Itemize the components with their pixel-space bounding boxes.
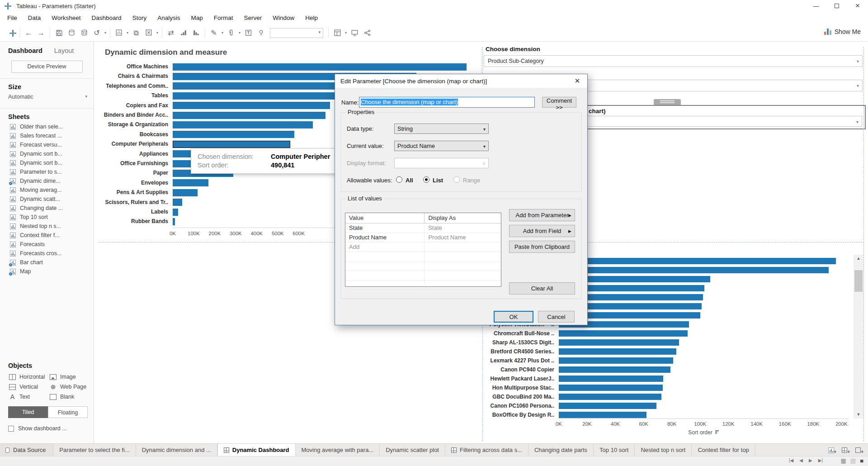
sidebar-item-forecast-versu[interactable]: Forecast versu... [0,140,94,149]
display-as-cell[interactable] [425,271,428,280]
object-vertical[interactable]: Vertical [9,384,50,390]
bar[interactable] [559,267,829,273]
object-web-page[interactable]: ⊕Web Page [50,384,93,390]
show-tabs-icon[interactable]: ▦ [841,457,846,464]
table-row[interactable]: Add [345,243,501,252]
presentation-mode-icon[interactable] [348,27,361,39]
menu-data[interactable]: Data [23,12,47,24]
add-from-field-button[interactable]: Add from Field▶ [509,225,575,237]
object-blank[interactable]: Blank [50,394,93,400]
dimension-dropdown[interactable]: Product Sub-Category [484,55,863,67]
bar[interactable] [173,209,178,216]
previous-sheet-icon[interactable]: ◀ [799,458,803,463]
radio-list-label[interactable]: List [433,177,443,184]
tab-layout[interactable]: Layout [54,47,74,54]
values-table[interactable]: ValueDisplay AsStateStateProduct NamePro… [345,213,501,287]
table-row-empty[interactable] [345,262,501,271]
tab-context-filter-for-top[interactable]: Context filter for top [692,444,755,456]
show-dashboard-title-option[interactable]: Show dashboard ... [8,425,94,432]
sidebar-item-bar-chart[interactable]: ✓Bar chart [0,258,94,267]
clear-sheet-icon[interactable] [142,27,155,39]
menu-map[interactable]: Map [185,12,208,24]
pause-auto-updates-icon[interactable] [78,27,90,39]
run-update-caret-icon[interactable]: ▾ [103,31,108,35]
show-hide-cards-icon[interactable] [331,27,344,39]
tab-parameter-to-select-the-fi[interactable]: Parameter to select the fi... [53,444,136,456]
highlight-caret-icon[interactable]: ▾ [220,31,225,35]
sidebar-item-forecasts-cros[interactable]: Forecasts cros... [0,249,94,258]
radio-all-label[interactable]: All [406,177,413,184]
radio-list[interactable] [423,176,429,183]
bar[interactable] [559,394,661,400]
swap-axes-icon[interactable]: ⇄ [165,27,177,39]
display-as-cell[interactable] [425,243,428,252]
group-members-caret-icon[interactable]: ▾ [237,31,242,35]
bar[interactable] [173,112,326,119]
bar[interactable] [559,412,646,418]
minimize-button[interactable]: — [806,0,826,12]
clear-all-button[interactable]: Clear All [509,282,575,295]
sidebar-item-dynamic-scatt[interactable]: Dynamic scatt... [0,195,94,204]
table-row-empty[interactable] [345,271,501,281]
scroll-up-icon[interactable]: ▲ [854,255,863,262]
value-cell[interactable]: Product Name [345,233,425,242]
bar[interactable] [559,258,836,264]
display-as-cell[interactable]: Product Name [425,233,466,242]
add-from-parameter-button[interactable]: Add from Parameter▶ [509,209,575,221]
bar[interactable] [173,218,175,225]
sidebar-item-dynamic-dime[interactable]: ✓Dynamic dime... [0,176,94,185]
bar[interactable] [559,366,670,373]
tiled-button[interactable]: Tiled [8,406,48,418]
table-row-empty[interactable] [345,252,501,262]
bar-highlighted[interactable] [173,141,290,148]
value-cell[interactable]: State [345,223,425,233]
menu-story[interactable]: Story [127,12,152,24]
tab-nested-top-n-sort[interactable]: Nested top n sort [635,444,692,456]
tab-top-10-sort[interactable]: Top 10 sort [594,444,635,456]
object-text[interactable]: AText [9,394,50,400]
checkbox-icon[interactable] [8,426,14,432]
display-as-cell[interactable] [425,252,428,261]
highlight-icon[interactable]: ✎ [208,27,220,39]
display-as-cell[interactable] [425,281,428,290]
save-icon[interactable] [52,27,65,39]
close-button[interactable]: × [847,0,868,12]
new-worksheet-button[interactable]: + [828,447,835,453]
tab-filtering-across-data-s[interactable]: Filtering across data s... [445,444,528,456]
vertical-scrollbar[interactable]: ▲ ▼ [854,255,863,418]
undo-icon[interactable]: ← [22,27,35,39]
sidebar-item-top-10-sort[interactable]: Top 10 sort [0,213,94,222]
sidebar-item-parameter-to-s[interactable]: Parameter to s... [0,167,94,176]
radio-all[interactable] [396,176,402,183]
menu-format[interactable]: Format [208,12,239,24]
bar[interactable] [559,376,663,382]
bar[interactable] [173,199,182,206]
menu-dashboard[interactable]: Dashboard [86,12,127,24]
new-data-source-icon[interactable] [65,27,78,39]
show-mark-labels-icon[interactable] [242,27,255,39]
sort-ascending-icon[interactable] [177,27,190,39]
sidebar-item-context-filter-f[interactable]: Context filter f... [0,231,94,240]
bar[interactable] [559,348,676,355]
size-selector[interactable]: Automatic ▾ [0,92,94,103]
data-type-dropdown[interactable]: String [394,124,489,134]
scrollbar-thumb[interactable] [854,270,863,292]
first-sheet-icon[interactable]: |◀ [789,458,793,463]
bar[interactable] [559,385,663,391]
sidebar-item-map[interactable]: ✓Map [0,267,94,276]
ok-button[interactable]: OK [494,311,533,323]
group-members-icon[interactable] [225,27,237,39]
menu-window[interactable]: Window [267,12,300,24]
show-filmstrip-icon[interactable]: ▤ [850,457,856,464]
value-cell[interactable]: Add [345,243,425,252]
fix-axes-icon[interactable] [255,27,267,39]
bar[interactable] [173,179,208,186]
comment-button[interactable]: Comment >> [542,97,576,108]
menu-file[interactable]: File [2,12,23,24]
new-dashboard-button[interactable]: + [842,447,848,453]
display-as-cell[interactable] [425,262,428,271]
current-value-dropdown[interactable]: Product Name [394,141,489,151]
data-source-tab[interactable]: Data Source [0,444,53,456]
fit-selector[interactable] [270,28,323,38]
sort-descending-icon[interactable] [190,27,203,39]
